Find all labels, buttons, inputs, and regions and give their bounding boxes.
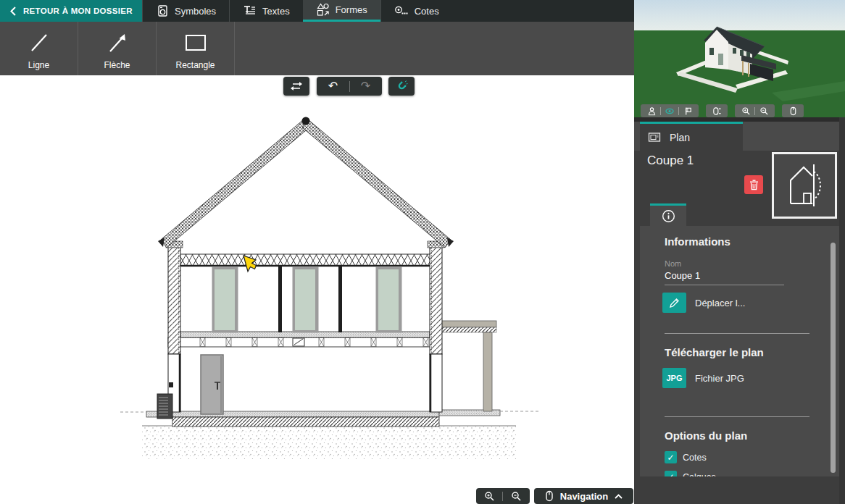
shapes-icon (316, 3, 330, 17)
undo-icon: ↶ (328, 80, 338, 92)
text-icon (243, 4, 257, 17)
zoom-out-button[interactable] (503, 491, 529, 502)
appliance-icon (156, 4, 169, 18)
checkbox-cotes[interactable] (665, 451, 677, 463)
download-jpg-label: Fichier JPG (695, 373, 744, 384)
zoom-in-icon (484, 491, 495, 502)
tab-formes[interactable]: Formes (303, 0, 380, 22)
tab-label: Cotes (415, 6, 439, 17)
mouse-mode-button[interactable] (784, 104, 802, 117)
zoom-in-icon (741, 106, 751, 116)
tool-rectangle[interactable]: Rectangle (157, 22, 235, 75)
tab-textes[interactable]: Textes (229, 0, 303, 22)
panel-scrollbar[interactable] (831, 243, 836, 473)
tab-label: Textes (262, 6, 290, 17)
measure-tape-icon (394, 5, 409, 17)
undo-button[interactable]: ↶ (317, 77, 349, 96)
view-mode-group (641, 104, 699, 117)
tab-informations[interactable] (650, 203, 686, 226)
tab-cotes[interactable]: Cotes (380, 0, 452, 22)
pencil-icon (669, 298, 680, 308)
navigation-button[interactable]: Navigation (534, 488, 633, 504)
tool-label: Ligne (28, 60, 49, 70)
plan-title: Coupe 1 (647, 154, 694, 168)
rectangle-icon (184, 28, 207, 58)
right-panel: Plan Coupe 1 (634, 0, 845, 504)
zoom-out-icon (759, 106, 769, 116)
plan-view-button[interactable] (679, 104, 696, 117)
move-plan-label: Déplacer l... (695, 298, 745, 308)
jpg-badge: JPG (666, 374, 682, 382)
canvas-zoom-group (476, 488, 530, 504)
tab-label: Formes (336, 4, 367, 15)
plan-tab-row: Plan (634, 122, 845, 151)
tab-symboles[interactable]: Symboles (142, 0, 229, 22)
chevron-left-icon (10, 7, 16, 16)
tool-fleche[interactable]: Flèche (78, 22, 157, 75)
plan-thumbnail[interactable] (772, 152, 837, 219)
checkbox-calques-label: Calques (683, 472, 716, 476)
line-icon (30, 28, 49, 58)
plan-flag-icon (683, 106, 693, 116)
tool-label: Rectangle (175, 60, 215, 70)
section-thumbnail-icon (782, 161, 827, 209)
plan-info-panel: Informations Nom Déplacer l... Télécharg… (640, 226, 839, 476)
house-section-drawing (0, 75, 634, 504)
top-bar: RETOUR À MON DOSSIER Symboles Textes (0, 0, 634, 22)
swap-icon (290, 80, 303, 92)
tab-plan[interactable]: Plan (640, 122, 743, 151)
download-jpg-button[interactable]: JPG (662, 368, 686, 388)
nom-input[interactable] (665, 270, 784, 285)
panel-right-margin (839, 117, 845, 504)
plan-icon (648, 132, 662, 143)
move-plan-button[interactable] (662, 293, 686, 313)
zoom-out-icon (511, 491, 522, 502)
camera-orbit-icon (712, 106, 722, 116)
plan-tab-label: Plan (670, 132, 690, 143)
checkbox-calques[interactable] (665, 471, 677, 476)
orbit-camera-button[interactable] (708, 104, 725, 117)
shape-toolbar: Ligne Flèche Rectangle (0, 22, 634, 75)
informations-heading: Informations (665, 235, 730, 248)
person-view-button[interactable] (643, 104, 660, 117)
app-root: RETOUR À MON DOSSIER Symboles Textes (0, 0, 845, 504)
person-icon (647, 106, 657, 116)
divider (665, 333, 809, 334)
aerial-view-button[interactable] (661, 104, 678, 117)
back-button-label: RETOUR À MON DOSSIER (23, 7, 133, 15)
magnet-icon (395, 80, 408, 93)
preview-zoom-out-button[interactable] (755, 104, 773, 117)
divider (665, 416, 809, 417)
options-heading: Options du plan (665, 429, 747, 442)
drawing-canvas[interactable]: ↶ ↷ (0, 75, 634, 504)
preview-toolbar (634, 104, 845, 117)
info-icon (662, 209, 675, 223)
undo-redo-group: ↶ ↷ (317, 77, 382, 96)
download-heading: Télécharger le plan (665, 346, 764, 358)
tool-ligne[interactable]: Ligne (0, 22, 78, 75)
redo-icon: ↷ (361, 80, 370, 92)
preview-3d-viewport[interactable] (634, 0, 845, 117)
mouse-icon (789, 106, 797, 116)
swap-plan-button[interactable] (283, 77, 309, 96)
nom-label: Nom (665, 259, 681, 268)
back-button[interactable]: RETOUR À MON DOSSIER (0, 0, 142, 22)
house-3d-scene (634, 0, 845, 117)
navigation-label: Navigation (560, 491, 608, 502)
redo-button[interactable]: ↷ (350, 77, 382, 96)
preview-zoom-group (735, 104, 775, 117)
checkbox-cotes-label: Cotes (683, 453, 707, 463)
mouse-icon (545, 490, 554, 502)
magnet-snap-button[interactable] (388, 77, 415, 96)
delete-plan-button[interactable] (744, 175, 763, 194)
eye-icon (665, 106, 675, 116)
tool-label: Flèche (104, 60, 130, 70)
mouse-group (782, 104, 804, 117)
orbit-group (706, 104, 728, 117)
zoom-in-button[interactable] (476, 491, 502, 502)
trash-icon (749, 180, 759, 190)
preview-zoom-in-button[interactable] (737, 104, 754, 117)
chevron-up-icon (615, 494, 623, 499)
tab-label: Symboles (175, 6, 216, 17)
arrow-icon (107, 28, 128, 58)
